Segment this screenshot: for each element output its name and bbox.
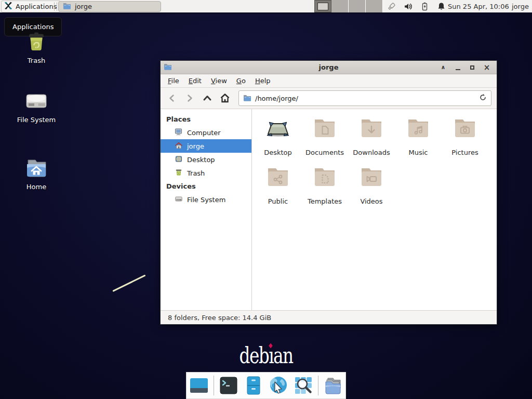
folder-item-pictures[interactable]: Pictures	[442, 115, 488, 164]
top-panel: Applications jorge	[0, 0, 532, 14]
sidebar-item-trash[interactable]: Trash	[161, 166, 251, 180]
window-titlebar[interactable]: jorge ∧ ×	[161, 61, 497, 74]
debian-logo-text: an	[274, 343, 294, 368]
folder-label: Desktop	[255, 149, 301, 156]
desktop-icon-label: Home	[10, 183, 62, 191]
panel-username[interactable]: jorge	[512, 3, 529, 10]
menu-help[interactable]: Help	[250, 75, 275, 87]
menu-file[interactable]: File	[163, 75, 184, 87]
computer-icon	[175, 128, 183, 138]
sidebar-heading-places: Places	[161, 113, 251, 126]
battery-icon[interactable]	[420, 2, 430, 11]
volume-icon[interactable]	[403, 2, 413, 11]
workspace-2[interactable]	[331, 0, 349, 12]
home-button[interactable]	[217, 90, 233, 106]
menu-go[interactable]: Go	[232, 75, 250, 87]
sidebar-item-file-system[interactable]: File System	[161, 193, 251, 206]
sidebar-item-jorge[interactable]: jorge	[161, 139, 251, 153]
folder-item-public[interactable]: Public	[255, 164, 301, 213]
panel-separator-grip	[54, 3, 57, 11]
menu-edit[interactable]: Edit	[184, 75, 206, 87]
folder-item-templates[interactable]: Templates	[301, 164, 348, 213]
debian-logo-text: deb	[240, 343, 269, 368]
back-button[interactable]	[164, 90, 180, 106]
system-tray	[387, 2, 446, 11]
toolbar: /home/jorge/	[161, 88, 497, 109]
debian-logo-i-with-red-dot: ı	[269, 343, 274, 368]
desktop-icon-trash[interactable]: Trash	[10, 29, 62, 64]
desktop-icon-label: File System	[10, 116, 62, 124]
application-finder-icon[interactable]	[293, 375, 314, 396]
folder-item-videos[interactable]: Videos	[348, 164, 395, 213]
public-folder-icon	[265, 164, 290, 189]
up-button[interactable]	[199, 90, 216, 106]
menu-view[interactable]: View	[206, 75, 232, 87]
folder-label: Videos	[348, 197, 395, 205]
close-button[interactable]: ×	[483, 64, 490, 71]
sidebar-heading-devices: Devices	[161, 180, 251, 193]
workspace-4[interactable]	[366, 0, 383, 12]
file-manager-window: jorge ∧ × File Edit View Go Help	[160, 60, 497, 325]
maximize-button[interactable]	[469, 64, 476, 71]
workspace-3[interactable]	[349, 0, 366, 12]
workspace-switcher	[314, 0, 383, 12]
folder-label: Documents	[301, 149, 348, 156]
folder-label: Templates	[301, 197, 348, 205]
applications-menu-button[interactable]: Applications	[1, 1, 61, 12]
path-text[interactable]: /home/jorge/	[255, 95, 475, 102]
taskbar-window-label: jorge	[75, 3, 92, 10]
desktop-special-icon	[265, 115, 290, 140]
folder-item-documents[interactable]: Documents	[301, 115, 348, 164]
downloads-folder-icon	[359, 115, 384, 140]
sidebar-item-label: jorge	[187, 142, 204, 150]
status-text: 8 folders, Free space: 14.4 GiB	[168, 314, 271, 322]
folder-label: Downloads	[348, 149, 395, 156]
trash-mini-icon	[175, 168, 183, 178]
desktop-icon-file-system[interactable]: File System	[10, 88, 62, 124]
hard-drive-icon	[24, 88, 49, 113]
workspace-window-preview	[317, 3, 328, 10]
folder-item-music[interactable]: Music	[395, 115, 442, 164]
desktop-icon-label: Trash	[10, 57, 62, 64]
removable-media-icon[interactable]	[387, 2, 396, 11]
path-folder-icon	[243, 94, 251, 103]
location-bar[interactable]: /home/jorge/	[238, 90, 491, 106]
documents-folder-icon	[312, 115, 337, 140]
sidebar-item-label: Desktop	[187, 156, 215, 164]
pictures-folder-icon	[453, 115, 477, 140]
menu-bar: File Edit View Go Help	[161, 74, 497, 88]
folder-label: Music	[395, 149, 442, 156]
desktop-icon-home[interactable]: Home	[10, 155, 62, 191]
show-desktop-icon[interactable]	[189, 375, 209, 396]
terminal-icon[interactable]	[218, 375, 239, 396]
sidebar-item-desktop[interactable]: Desktop	[161, 153, 251, 166]
taskbar-window-button[interactable]: jorge	[58, 1, 161, 12]
debian-logo: debıan	[229, 342, 304, 369]
dock-separator	[318, 376, 318, 395]
videos-folder-icon	[359, 164, 384, 189]
folder-item-downloads[interactable]: Downloads	[348, 115, 395, 164]
trash-icon	[24, 29, 49, 54]
status-bar: 8 folders, Free space: 14.4 GiB	[161, 310, 497, 324]
applications-menu-label: Applications	[16, 3, 57, 10]
panel-clock[interactable]: Sun 25 Apr, 10:06	[448, 3, 509, 10]
shade-button[interactable]: ∧	[440, 64, 447, 71]
notifications-bell-icon[interactable]	[436, 2, 446, 11]
file-manager-icon[interactable]	[243, 375, 264, 396]
minimize-button[interactable]	[454, 64, 461, 71]
forward-button[interactable]	[181, 90, 198, 106]
folder-item-desktop[interactable]: Desktop	[255, 115, 301, 164]
folder-icon	[63, 2, 71, 11]
file-list: Desktop Documents	[252, 109, 497, 310]
music-folder-icon	[406, 115, 431, 140]
web-browser-icon[interactable]	[268, 375, 289, 396]
wallpaper-line-artifact	[112, 274, 145, 291]
directory-menu-icon[interactable]	[323, 375, 343, 396]
folder-label: Public	[255, 197, 301, 205]
sidebar-item-computer[interactable]: Computer	[161, 126, 251, 139]
reload-icon[interactable]	[479, 94, 487, 103]
home-icon	[175, 141, 183, 151]
workspace-1[interactable]	[314, 0, 331, 12]
drive-mini-icon	[175, 195, 183, 205]
dock-separator	[214, 376, 214, 395]
